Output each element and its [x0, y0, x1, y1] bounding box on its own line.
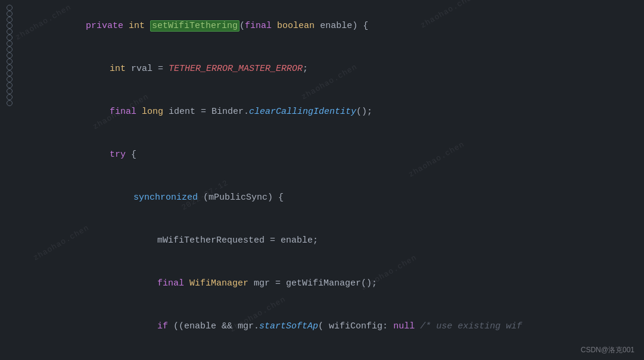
code-line-5: synchronized (mPublicSync) {: [19, 176, 644, 219]
breakpoint-1[interactable]: [7, 5, 13, 11]
breakpoint-9[interactable]: [7, 52, 13, 58]
breakpoint-6[interactable]: [7, 35, 13, 41]
code-line-6: mWifiTetherRequested = enable;: [19, 219, 644, 262]
function-name-highlight: setWifiTethering: [150, 20, 239, 32]
constant-tether-error-master: TETHER_ERROR_MASTER_ERROR: [169, 64, 303, 74]
code-content: private int setWifiTethering(final boole…: [19, 5, 644, 360]
breakpoint-8[interactable]: [7, 46, 13, 52]
breakpoint-15[interactable]: [7, 88, 13, 94]
breakpoint-14[interactable]: [7, 82, 13, 88]
method-startSoftAp: startSoftAp: [259, 321, 318, 331]
breakpoint-4[interactable]: [7, 23, 13, 29]
keyword-private: private: [86, 21, 129, 31]
code-line-1: private int setWifiTethering(final boole…: [19, 5, 644, 48]
breakpoint-5[interactable]: [7, 29, 13, 35]
code-editor: private int setWifiTethering(final boole…: [0, 0, 644, 360]
breakpoint-12[interactable]: [7, 70, 13, 76]
breakpoint-17[interactable]: [7, 100, 13, 106]
breakpoint-16[interactable]: [7, 94, 13, 100]
editor-gutter: [0, 0, 19, 360]
breakpoint-11[interactable]: [7, 64, 13, 70]
breakpoint-7[interactable]: [7, 41, 13, 46]
csdn-label: CSDN@洛克001: [581, 345, 634, 355]
code-line-7: final WifiManager mgr = getWifiManager()…: [19, 262, 644, 305]
breakpoint-2[interactable]: [7, 11, 13, 17]
code-line-3: final long ident = Binder.clearCallingId…: [19, 91, 644, 134]
code-line-4: try {: [19, 134, 644, 176]
code-line-9: (!enable && mgr.stopSoftAp())) {: [19, 348, 644, 360]
breakpoint-3[interactable]: [7, 17, 13, 23]
code-line-8: if ((enable && mgr.startSoftAp( wifiConf…: [19, 305, 644, 348]
breakpoint-13[interactable]: [7, 76, 13, 82]
method-clearCallingIdentity: clearCallingIdentity: [249, 107, 356, 117]
type-int: int: [129, 21, 150, 31]
code-line-2: int rval = TETHER_ERROR_MASTER_ERROR;: [19, 48, 644, 91]
breakpoint-10[interactable]: [7, 58, 13, 64]
